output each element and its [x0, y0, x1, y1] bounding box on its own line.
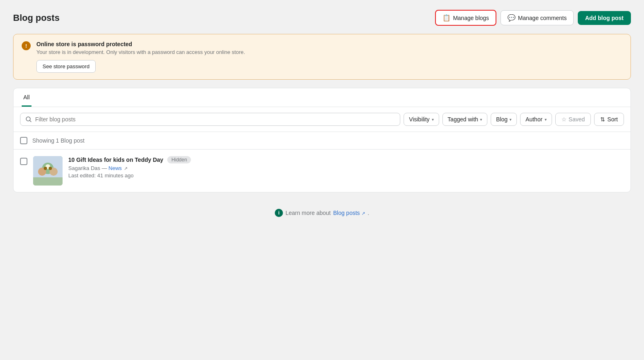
external-link-icon-footer: ↗: [361, 211, 365, 216]
alert-icon: !: [22, 41, 31, 50]
post-author: Sagarika Das: [68, 165, 100, 171]
alert-title: Online store is password protected: [36, 41, 245, 47]
table-row[interactable]: 10 Gift Ideas for kids on Teddy Day Hidd…: [13, 150, 631, 192]
add-post-label: Add blog post: [585, 15, 624, 21]
showing-row: Showing 1 Blog post: [13, 132, 631, 150]
author-filter-button[interactable]: Author ▾: [520, 113, 552, 126]
manage-blogs-button[interactable]: 📋 Manage blogs: [435, 10, 496, 26]
info-icon: i: [275, 209, 283, 217]
post-title-line: 10 Gift Ideas for kids on Teddy Day Hidd…: [68, 156, 624, 163]
search-icon: [25, 116, 32, 123]
external-link-icon: ↗: [124, 166, 128, 171]
sort-label: Sort: [607, 116, 618, 123]
post-thumbnail: [33, 156, 63, 186]
blog-filter-button[interactable]: Blog ▾: [491, 113, 517, 126]
comments-icon: 💬: [507, 14, 516, 22]
visibility-filter-button[interactable]: Visibility ▾: [404, 113, 439, 126]
search-container: [20, 113, 400, 126]
alert-description: Your store is in development. Only visit…: [36, 49, 245, 55]
sort-button[interactable]: ⇅ Sort: [594, 113, 624, 126]
alert-content: Online store is password protected Your …: [36, 41, 245, 73]
post-info: 10 Gift Ideas for kids on Teddy Day Hidd…: [68, 156, 624, 179]
footer-period: .: [368, 210, 369, 216]
svg-line-1: [30, 121, 31, 122]
post-status-badge: Hidden: [167, 156, 191, 163]
blogs-icon: 📋: [442, 14, 451, 22]
manage-comments-label: Manage comments: [518, 15, 567, 21]
search-input[interactable]: [35, 116, 395, 123]
post-checkbox[interactable]: [20, 158, 27, 165]
showing-count-label: Showing 1 Blog post: [32, 137, 85, 144]
post-title: 10 Gift Ideas for kids on Teddy Day: [68, 157, 163, 163]
blog-posts-link-text: Blog posts: [333, 210, 360, 216]
blog-chevron-icon: ▾: [509, 117, 512, 122]
post-blog-name: News: [108, 165, 122, 171]
see-password-label: See store password: [43, 63, 90, 69]
tagged-with-label: Tagged with: [448, 116, 478, 123]
learn-more-prefix: Learn more about: [285, 210, 331, 216]
star-icon: ☆: [561, 116, 567, 123]
visibility-label: Visibility: [409, 116, 429, 123]
manage-comments-button[interactable]: 💬 Manage comments: [500, 10, 574, 25]
visibility-chevron-icon: ▾: [432, 117, 434, 122]
thumbnail-image: [33, 156, 63, 186]
post-meta-separator: —: [102, 165, 109, 171]
blog-posts-link[interactable]: Blog posts ↗: [333, 210, 365, 216]
post-blog-link[interactable]: News: [108, 165, 123, 171]
header-actions: 📋 Manage blogs 💬 Manage comments Add blo…: [435, 10, 631, 26]
learn-more-section: i Learn more about Blog posts ↗ .: [13, 192, 631, 225]
svg-point-9: [49, 167, 52, 170]
post-meta: Sagarika Das — News ↗: [68, 165, 624, 171]
svg-point-8: [44, 167, 47, 170]
page-header: Blog posts 📋 Manage blogs 💬 Manage comme…: [13, 10, 631, 26]
filters-row: Visibility ▾ Tagged with ▾ Blog ▾ Author…: [13, 107, 631, 132]
add-blog-post-button[interactable]: Add blog post: [578, 11, 631, 25]
page-title: Blog posts: [13, 13, 60, 23]
author-label: Author: [525, 116, 542, 123]
see-store-password-button[interactable]: See store password: [36, 60, 96, 73]
manage-blogs-label: Manage blogs: [453, 15, 489, 21]
sort-icon: ⇅: [600, 116, 605, 123]
blog-posts-card: All Visibility ▾ Tagged with ▾: [13, 88, 631, 192]
tagged-with-chevron-icon: ▾: [480, 117, 482, 122]
tabs-bar: All: [13, 88, 631, 107]
saved-button[interactable]: ☆ Saved: [555, 113, 591, 126]
tab-all[interactable]: All: [22, 88, 31, 107]
post-last-edited: Last edited: 41 minutes ago: [68, 172, 624, 179]
select-all-checkbox[interactable]: [20, 137, 27, 144]
tagged-with-filter-button[interactable]: Tagged with ▾: [442, 113, 488, 126]
svg-rect-6: [33, 177, 63, 186]
saved-label: Saved: [569, 116, 585, 123]
blog-label: Blog: [496, 116, 507, 123]
alert-banner: ! Online store is password protected You…: [13, 34, 631, 80]
author-chevron-icon: ▾: [545, 117, 547, 122]
